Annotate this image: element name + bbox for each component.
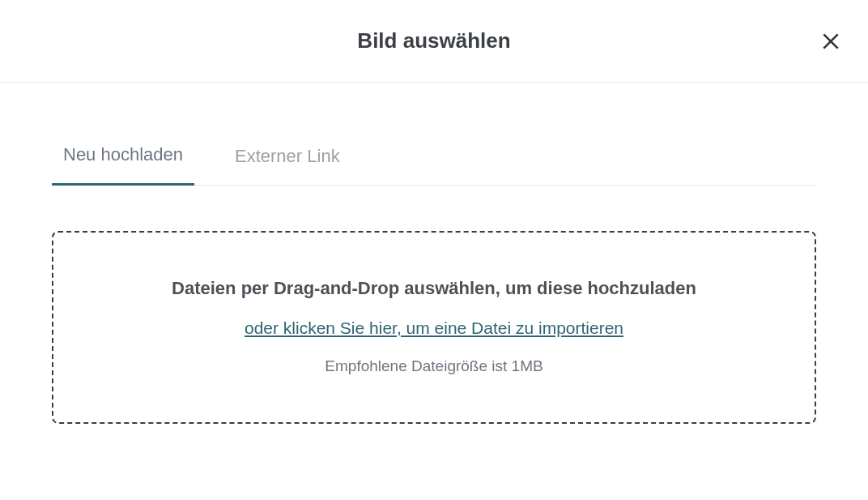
tabs: Neu hochladen Externer Link [52, 131, 816, 186]
dropzone-heading: Dateien per Drag-and-Drop auswählen, um … [70, 278, 798, 299]
recommended-file-size: Empfohlene Dateigröße ist 1MB [70, 357, 798, 375]
close-icon [820, 31, 841, 52]
import-file-link[interactable]: oder klicken Sie hier, um eine Datei zu … [245, 318, 623, 338]
file-dropzone[interactable]: Dateien per Drag-and-Drop auswählen, um … [52, 231, 816, 424]
tab-external-link[interactable]: Externer Link [223, 131, 351, 186]
modal-header: Bild auswählen [0, 0, 868, 83]
tab-upload-new[interactable]: Neu hochladen [52, 131, 194, 186]
modal-title: Bild auswählen [357, 28, 510, 53]
content-area: Neu hochladen Externer Link Dateien per … [0, 131, 868, 424]
close-button[interactable] [816, 27, 845, 56]
